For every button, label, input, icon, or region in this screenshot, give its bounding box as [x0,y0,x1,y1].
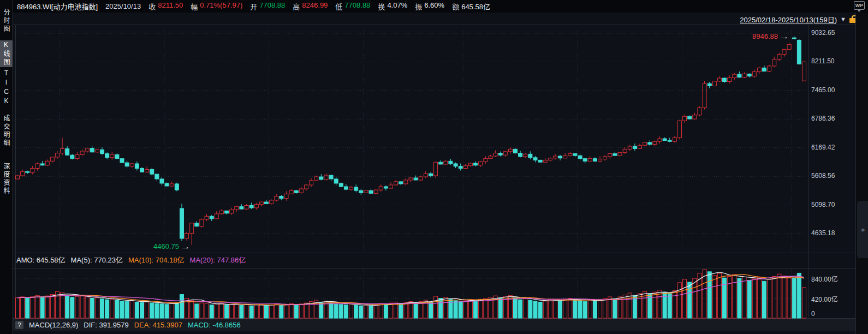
y-axis-label: 0 [811,310,815,318]
sidebar-item-深度资料[interactable]: 深度资料 [0,156,13,202]
sidebar-item-分时图[interactable]: 分时图 [0,2,13,39]
quote-date: 2025/10/13 [105,2,141,10]
chart-frame-right [808,25,809,318]
y-axis-label: 9032.65 [811,29,835,37]
help-button[interactable]: ? [15,321,23,329]
indicator-value: MA(10): 704.18亿 [128,254,185,265]
sidebar: 分时图K线图TICK成交明细深度资料 [0,0,13,334]
unlock-icon[interactable] [849,18,855,23]
indicator-value: AMO: 645.58亿 [16,254,66,265]
arrow-right-icon: → [779,33,789,40]
indicator-value: DEA: 415.3907 [134,321,182,329]
indicator-value: MA(20): 747.86亿 [190,254,246,265]
quote-fields: 收8211.50幅0.71%(57.97)开7708.88高8246.99低77… [148,1,490,11]
y-axis-label: 8211.50 [811,57,835,65]
period-low-annotation: 4460.75 → [153,242,187,250]
date-range-link[interactable]: 2025/02/18-2025/10/13(159日) [740,14,837,25]
indicator-value: MA(5): 770.23亿 [71,254,123,265]
quote-field: 幅0.71%(57.97) [191,1,242,11]
indicator-value: MACD(12,26,9) [29,321,78,329]
chart-frame-bottom [13,253,855,253]
arrow-right-icon: → [180,243,191,250]
right-scroll-strip: » [855,13,868,334]
volume-chart[interactable] [15,269,808,319]
y-axis-label: 6169.42 [811,144,835,151]
sidebar-item-K线图[interactable]: K线图 [0,40,13,67]
volume-indicator-row: AMO: 645.58亿MA(5): 770.23亿MA(10): 704.18… [16,254,246,265]
quote-field: 收8211.50 [148,1,183,11]
macd-status-bar: ? MACD(12,26,9)DIF: 391.9579DEA: 415.390… [13,319,855,331]
y-axis-label: 6786.36 [811,115,835,122]
quote-field: 振6.60% [415,1,444,11]
quote-field: 换4.07% [378,1,407,11]
quote-field: 高8246.99 [293,1,328,11]
range-row: 2025/02/18-2025/10/13(159日) ▼ [740,14,855,24]
y-axis-label: 5098.70 [811,201,835,208]
y-axis-label: 7465.00 [811,86,835,94]
y-axis-label: 420.00亿 [811,294,838,303]
wp-monitor-icon[interactable]: WP [854,1,865,10]
quote-field: 额645.58亿 [452,1,490,11]
y-axis-label: 4635.18 [811,229,835,237]
indicator-value: MACD: -46.8656 [188,321,241,329]
y-axis-label: 840.00亿 [811,274,838,283]
candlestick-chart[interactable] [15,25,808,253]
indicator-value: DIF: 391.9579 [84,321,128,329]
sidebar-item-TICK[interactable]: TICK [0,69,13,107]
chevron-down-icon[interactable]: ▼ [840,16,846,22]
symbol-name: 884963.WI[动力电池指数] [17,1,98,11]
quote-bar: 884963.WI[动力电池指数] 2025/10/13 收8211.50幅0.… [13,0,868,13]
period-low-value: 4460.75 [153,242,179,250]
quote-field: 低7708.88 [335,1,370,11]
sidebar-item-成交明细[interactable]: 成交明细 [0,109,13,153]
panel-expander-tab[interactable]: » [857,201,868,258]
period-high-annotation: 8946.88 → [752,32,786,40]
y-axis-label: 5608.56 [811,172,835,180]
period-high-value: 8946.88 [752,32,778,40]
macd-values: MACD(12,26,9)DIF: 391.9579DEA: 415.3907M… [29,321,241,329]
app-window: 884963.WI[动力电池指数] 2025/10/13 收8211.50幅0.… [0,0,868,334]
quote-field: 开7708.88 [250,1,285,11]
